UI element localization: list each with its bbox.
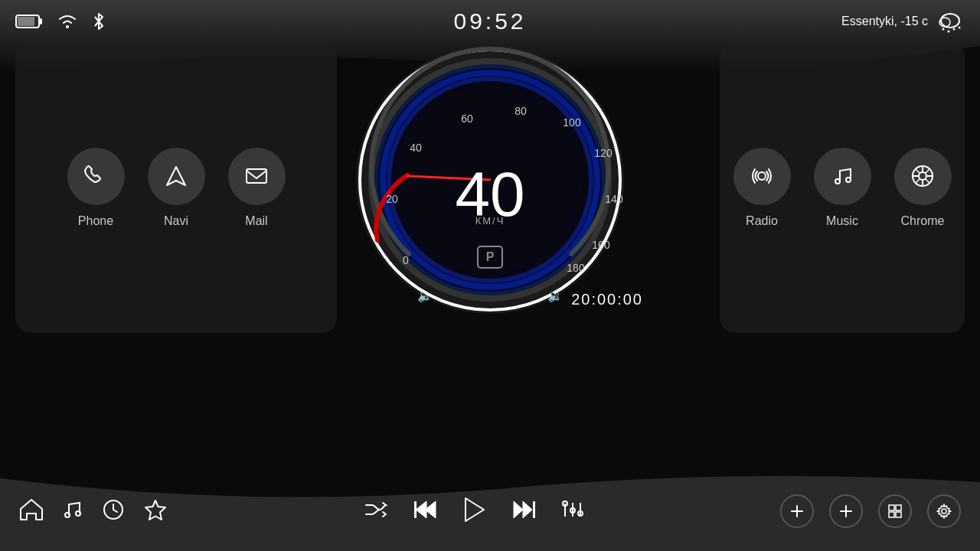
weather-display: Essentyki, -15 c — [841, 8, 965, 34]
svg-line-23 — [926, 169, 930, 174]
phone-icon-circle — [67, 148, 125, 205]
svg-rect-37 — [414, 501, 416, 518]
equalizer-icon — [562, 500, 583, 520]
svg-marker-10 — [167, 167, 185, 185]
speed-label-100: 100 — [563, 116, 581, 129]
favorites-nav-button[interactable] — [144, 498, 167, 524]
phone-app[interactable]: Phone — [67, 148, 125, 228]
svg-point-14 — [846, 178, 851, 182]
wifi-icon — [57, 13, 78, 30]
svg-rect-1 — [39, 18, 42, 24]
star-icon — [144, 498, 167, 521]
grid-view-button[interactable] — [878, 494, 912, 528]
equalizer-button[interactable] — [562, 500, 583, 523]
volume-right-icon: 🔉 — [547, 289, 563, 303]
phone-icon — [83, 163, 109, 189]
timer-display: 20:00:00 — [571, 291, 643, 308]
parking-symbol: P — [486, 250, 495, 263]
fast-forward-icon — [512, 500, 535, 520]
time-text: 09:52 — [453, 8, 526, 34]
play-button[interactable] — [464, 497, 485, 525]
radio-icon-circle — [733, 148, 791, 205]
chrome-icon — [910, 163, 936, 189]
svg-rect-41 — [533, 501, 535, 518]
navi-app[interactable]: Navi — [148, 148, 205, 228]
rewind-button[interactable] — [414, 500, 437, 523]
timer-text: 20:00:00 — [571, 291, 643, 308]
svg-line-22 — [926, 179, 930, 184]
speedometer-svg: 0 20 40 60 80 100 120 140 160 180 40 КМ/… — [348, 38, 632, 321]
home-icon — [19, 498, 44, 521]
navi-label: Navi — [164, 214, 188, 228]
radio-label: Radio — [746, 214, 778, 228]
speed-label-0: 0 — [403, 254, 409, 266]
music-app[interactable]: Music — [814, 148, 871, 228]
mail-label: Mail — [245, 214, 267, 228]
history-nav-button[interactable] — [102, 498, 125, 524]
svg-rect-58 — [896, 512, 901, 517]
speed-label-140: 140 — [605, 193, 623, 205]
music-icon — [829, 163, 855, 189]
speed-label-20: 20 — [386, 193, 398, 205]
svg-rect-2 — [18, 17, 34, 26]
svg-point-9 — [959, 26, 961, 28]
svg-rect-55 — [889, 505, 894, 510]
speed-label-180: 180 — [567, 262, 585, 274]
speed-label-80: 80 — [514, 105, 527, 117]
speed-unit-text: КМ/Ч — [475, 215, 505, 227]
music-icon-circle — [814, 148, 871, 205]
svg-marker-40 — [523, 501, 532, 518]
bottom-left-nav — [0, 498, 167, 524]
radio-icon — [749, 163, 775, 189]
play-icon — [464, 497, 485, 522]
music-label: Music — [826, 214, 858, 228]
status-left-icons — [15, 11, 106, 31]
speed-label-60: 60 — [461, 112, 473, 125]
add-shortcut-2-button[interactable] — [829, 494, 863, 528]
home-nav-button[interactable] — [19, 498, 44, 524]
svg-marker-38 — [466, 498, 484, 521]
music-nav-button[interactable] — [63, 498, 83, 524]
chrome-label: Chrome — [901, 214, 945, 228]
svg-point-7 — [948, 30, 950, 32]
grid-icon — [888, 504, 902, 518]
svg-point-6 — [942, 28, 945, 30]
svg-point-12 — [758, 172, 766, 180]
svg-marker-39 — [514, 501, 523, 518]
rewind-icon — [414, 500, 437, 520]
speed-label-40: 40 — [410, 142, 422, 154]
svg-point-32 — [65, 513, 70, 517]
fast-forward-button[interactable] — [512, 500, 535, 523]
svg-rect-56 — [896, 505, 901, 510]
mail-app[interactable]: Mail — [228, 148, 286, 228]
speed-label-120: 120 — [594, 147, 612, 159]
svg-rect-57 — [889, 512, 894, 517]
mail-icon — [243, 163, 270, 189]
clock-icon — [102, 498, 125, 521]
svg-point-8 — [953, 28, 956, 30]
chrome-app[interactable]: Chrome — [894, 148, 952, 228]
speedometer-container: 0 20 40 60 80 100 120 140 160 180 40 КМ/… — [337, 38, 643, 421]
settings-button[interactable] — [927, 494, 961, 528]
volume-left-icon: 🔈 — [417, 289, 433, 303]
bluetooth-icon — [92, 11, 106, 31]
status-bar: 09:52 Essentyki, -15 c — [0, 0, 980, 42]
mail-icon-circle — [228, 148, 286, 205]
shuffle-button[interactable] — [364, 500, 387, 522]
phone-label: Phone — [78, 214, 113, 228]
bottom-right-nav — [780, 494, 980, 528]
left-app-panel: Phone Navi Mail — [15, 42, 337, 333]
svg-line-24 — [916, 179, 920, 184]
settings-icon — [936, 504, 952, 519]
svg-point-3 — [66, 25, 69, 28]
battery-icon — [15, 13, 43, 30]
chrome-icon-circle — [894, 148, 952, 205]
shuffle-icon — [364, 500, 387, 519]
add-shortcut-1-button[interactable] — [780, 494, 814, 528]
navi-icon-circle — [148, 148, 205, 205]
bottom-navigation — [0, 471, 980, 551]
svg-point-13 — [835, 179, 840, 184]
radio-app[interactable]: Radio — [733, 148, 791, 228]
navigation-icon — [163, 163, 189, 189]
bottom-center-nav — [167, 497, 780, 525]
